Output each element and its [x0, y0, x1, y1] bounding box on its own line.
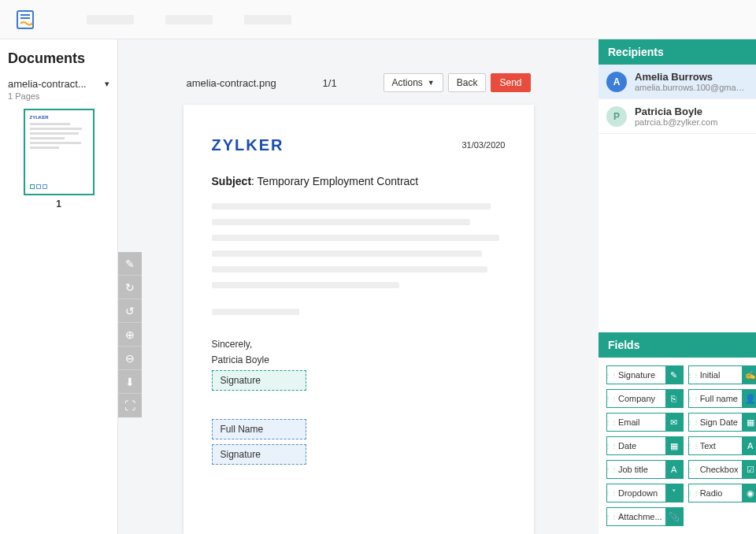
grip-icon: ⋮⋮	[607, 490, 615, 497]
field-signature[interactable]: ⋮⋮Signature✎	[606, 365, 684, 384]
grip-icon: ⋮⋮	[607, 395, 615, 402]
edit-icon[interactable]: ✎	[118, 252, 142, 276]
field-label: Radio	[697, 488, 742, 498]
field-email[interactable]: ⋮⋮Email✉	[606, 413, 684, 432]
body-text-line	[212, 235, 500, 241]
sidebar-title: Documents	[8, 50, 109, 67]
field-label: Signature	[615, 370, 665, 380]
attachment-icon: 📎	[665, 508, 683, 525]
topbar-placeholder	[87, 15, 291, 24]
grip-icon: ⋮⋮	[689, 443, 697, 450]
avatar: A	[606, 72, 627, 92]
page-indicator: 1/1	[323, 77, 337, 89]
recipient-item[interactable]: P Patricia Boyle patrcia.b@zylker.com	[598, 99, 756, 134]
checkbox-icon: ☑	[742, 461, 756, 478]
document-selector[interactable]: amelia-contract... ▾	[8, 78, 109, 90]
field-signdate[interactable]: ⋮⋮Sign Date▦	[688, 413, 756, 432]
documents-sidebar: Documents amelia-contract... ▾ 1 Pages Z…	[0, 39, 118, 534]
fullscreen-icon[interactable]: ⛶	[118, 394, 142, 417]
person-icon: 👤	[742, 390, 756, 407]
body-text-line	[212, 203, 491, 210]
calendar-icon: ▦	[665, 437, 683, 454]
recipient-item[interactable]: A Amelia Burrows amelia.burrows.100@gmai…	[598, 65, 756, 99]
avatar: P	[606, 106, 627, 127]
fields-header: Fields	[598, 332, 756, 358]
document-name: amelia-contract...	[8, 78, 87, 90]
field-label: Initial	[697, 370, 742, 380]
recipient-name: Patricia Boyle	[635, 106, 717, 117]
signer-name: Patricia Boyle	[212, 354, 506, 365]
document-brand-logo: ZYLKER	[212, 136, 284, 154]
field-label: Attachme...	[615, 512, 665, 521]
company-icon: ⎘	[665, 390, 683, 407]
signature-icon: ✎	[665, 366, 683, 384]
right-panel: Recipients A Amelia Burrows amelia.burro…	[598, 39, 756, 534]
subject-text: : Temporary Employment Contract	[251, 175, 418, 187]
field-jobtitle[interactable]: ⋮⋮Job titleA	[606, 460, 684, 479]
initial-icon: ✍	[742, 366, 756, 384]
vertical-toolbar: ✎ ↻ ↺ ⊕ ⊖ ⬇ ⛶	[118, 252, 142, 417]
grip-icon: ⋮⋮	[607, 419, 615, 426]
field-company[interactable]: ⋮⋮Company⎘	[606, 389, 684, 408]
signature-field-sender[interactable]: Signature	[212, 370, 306, 391]
calendar-icon: ▦	[742, 413, 756, 431]
field-attachment[interactable]: ⋮⋮Attachme...📎	[606, 507, 684, 526]
grip-icon: ⋮⋮	[689, 419, 697, 426]
body-text-line	[212, 266, 488, 273]
page-thumbnail[interactable]: ZYLKER	[24, 109, 94, 195]
field-checkbox[interactable]: ⋮⋮Checkbox☑	[688, 460, 756, 479]
subject-label: Subject	[212, 175, 252, 187]
grip-icon: ⋮⋮	[689, 490, 697, 497]
grip-icon: ⋮⋮	[607, 466, 615, 473]
field-date[interactable]: ⋮⋮Date▦	[606, 436, 684, 455]
field-fullname[interactable]: ⋮⋮Full name👤	[688, 389, 756, 408]
grip-icon: ⋮⋮	[607, 443, 615, 450]
field-label: Date	[615, 441, 665, 451]
field-label: Dropdown	[615, 488, 665, 498]
fields-grid: ⋮⋮Signature✎ ⋮⋮Initial✍ ⋮⋮Company⎘ ⋮⋮Ful…	[598, 358, 756, 534]
body-text-line	[212, 250, 482, 257]
actions-label: Actions	[392, 77, 423, 88]
document-filename: amelia-contract.png	[187, 77, 276, 89]
chevron-down-icon: ▾	[105, 79, 109, 89]
dropdown-icon: ˅	[665, 484, 683, 502]
field-radio[interactable]: ⋮⋮Radio◉	[688, 484, 756, 502]
thumbnail-page-number: 1	[8, 198, 109, 210]
text-icon: A	[742, 437, 756, 454]
send-button[interactable]: Send	[491, 73, 530, 92]
field-label: Sign Date	[697, 417, 742, 427]
topbar	[0, 0, 756, 39]
field-text[interactable]: ⋮⋮TextA	[688, 436, 756, 455]
zoom-in-icon[interactable]: ⊕	[118, 323, 142, 347]
download-icon[interactable]: ⬇	[118, 370, 142, 394]
radio-icon: ◉	[742, 484, 756, 502]
grip-icon: ⋮⋮	[689, 466, 697, 473]
recipient-email: patrcia.b@zylker.com	[635, 117, 717, 127]
field-dropdown[interactable]: ⋮⋮Dropdown˅	[606, 484, 684, 502]
text-icon: A	[665, 461, 683, 478]
document-page: ZYLKER 31/03/2020 Subject: Temporary Emp…	[183, 105, 534, 534]
document-page-count: 1 Pages	[8, 91, 109, 101]
back-button[interactable]: Back	[448, 73, 487, 92]
actions-button[interactable]: Actions ▼	[384, 73, 443, 92]
grip-icon: ⋮⋮	[689, 372, 697, 379]
editor-canvas: ✎ ↻ ↺ ⊕ ⊖ ⬇ ⛶ amelia-contract.png 1/1 Ac…	[118, 39, 598, 534]
field-label: Checkbox	[697, 465, 742, 474]
closing-sincerely: Sincerely,	[212, 339, 506, 350]
subject-line: Subject: Temporary Employment Contract	[212, 175, 506, 187]
body-text-line	[212, 309, 300, 315]
field-initial[interactable]: ⋮⋮Initial✍	[688, 365, 756, 384]
undo-icon[interactable]: ↺	[118, 299, 142, 323]
field-label: Job title	[615, 465, 665, 474]
fullname-field-recipient[interactable]: Full Name	[212, 419, 306, 439]
field-label: Email	[615, 417, 665, 427]
field-label: Company	[615, 394, 665, 403]
zoom-out-icon[interactable]: ⊖	[118, 347, 142, 370]
redo-icon[interactable]: ↻	[118, 276, 142, 299]
email-icon: ✉	[665, 413, 683, 431]
body-text-line	[212, 219, 470, 225]
recipient-email: amelia.burrows.100@gmail....	[635, 83, 745, 92]
signature-field-recipient[interactable]: Signature	[212, 444, 306, 465]
app-logo	[11, 6, 39, 34]
grip-icon: ⋮⋮	[607, 514, 615, 521]
